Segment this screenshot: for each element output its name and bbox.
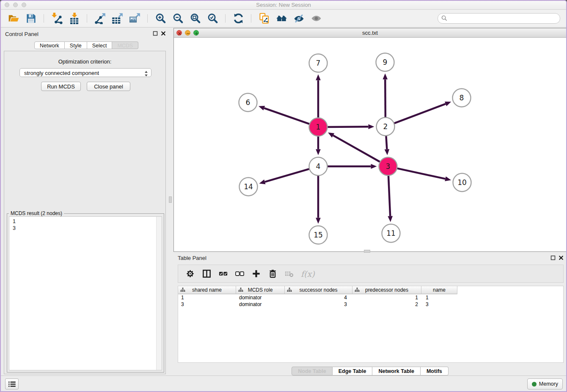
deselect-all-icon[interactable] <box>235 269 245 279</box>
optimization-criterion-select[interactable]: strongly connected component <box>19 68 151 77</box>
zoom-in-icon[interactable] <box>155 13 166 24</box>
graph-edge-3-10[interactable] <box>396 168 451 181</box>
graph-edge-2-3[interactable] <box>385 135 390 155</box>
graph-node-4[interactable]: 4 <box>309 157 328 176</box>
table-cell[interactable]: 1 <box>421 294 457 301</box>
add-row-icon[interactable] <box>251 269 261 279</box>
table-cell[interactable]: 1 <box>352 294 421 301</box>
graph-edge-3-1[interactable] <box>328 133 381 162</box>
graph-edge-1-4[interactable] <box>316 135 321 155</box>
network-canvas[interactable]: 7968124314101511 <box>174 37 566 251</box>
table-cell[interactable]: 3 <box>421 301 457 308</box>
column-header-name[interactable]: name <box>421 286 457 294</box>
split-columns-icon[interactable] <box>202 269 212 279</box>
tab-mcds[interactable]: MCDS <box>112 41 138 49</box>
graph-node-2[interactable]: 2 <box>377 118 395 136</box>
network-view-window: scc.txt 7968124314101511 <box>173 28 567 252</box>
table-cell[interactable]: dominator <box>236 301 285 308</box>
tab-network-table[interactable]: Network Table <box>372 367 421 375</box>
table-cell[interactable]: dominator <box>236 294 285 301</box>
graph-node-9[interactable]: 9 <box>376 53 394 72</box>
svg-text:4: 4 <box>316 162 321 171</box>
graph-node-11[interactable]: 11 <box>382 224 400 243</box>
import-network-icon[interactable] <box>51 13 63 24</box>
export-network-icon[interactable] <box>94 13 106 24</box>
graph-edge-4-3[interactable] <box>327 164 377 169</box>
graph-edge-3-11[interactable] <box>388 174 393 222</box>
table-panel: Table Panel f(x) shared nameMCDS rolesuc… <box>173 252 567 377</box>
graph-node-3[interactable]: 3 <box>379 157 397 176</box>
svg-text:8: 8 <box>460 94 464 102</box>
column-header-label: shared name <box>192 287 222 293</box>
graph-node-8[interactable]: 8 <box>453 89 471 107</box>
save-icon[interactable] <box>25 13 37 24</box>
table-row[interactable]: 3dominator323 <box>178 301 563 308</box>
graph-edge-4-15[interactable] <box>316 175 321 224</box>
zoom-selected-icon[interactable] <box>207 13 218 24</box>
graph-edge-2-8[interactable] <box>393 102 451 124</box>
search-input[interactable] <box>449 14 556 23</box>
table-header-row: shared nameMCDS rolesuccessor nodesprede… <box>178 286 563 294</box>
graph-edge-1-6[interactable] <box>259 106 311 124</box>
tab-style[interactable]: Style <box>65 41 87 49</box>
graph-edge-1-2[interactable] <box>326 124 374 129</box>
clone-network-icon[interactable] <box>259 13 270 24</box>
home-icon[interactable] <box>276 13 287 24</box>
search-box <box>438 13 560 24</box>
delete-row-icon[interactable] <box>268 269 278 279</box>
select-all-icon[interactable] <box>218 269 228 279</box>
column-header-label: name <box>433 287 446 293</box>
open-icon[interactable] <box>8 13 19 24</box>
memory-button[interactable]: Memory <box>527 378 563 389</box>
tab-node-table[interactable]: Node Table <box>292 367 332 375</box>
table-cell[interactable]: 4 <box>285 294 352 301</box>
toolbar-separator <box>44 14 44 22</box>
tab-motifs[interactable]: Motifs <box>421 367 449 375</box>
table-cell[interactable]: 1 <box>178 294 236 301</box>
graph-edge-2-9[interactable] <box>383 73 388 118</box>
table-cell[interactable]: 3 <box>178 301 236 308</box>
graph-node-15[interactable]: 15 <box>309 226 328 244</box>
network-view-titlebar: scc.txt <box>174 28 566 38</box>
graph-node-10[interactable]: 10 <box>453 174 471 192</box>
column-header-predecessor-nodes[interactable]: predecessor nodes <box>352 286 421 294</box>
refresh-icon[interactable] <box>233 13 244 24</box>
export-image-icon[interactable] <box>129 13 140 24</box>
run-mcds-button[interactable]: Run MCDS <box>41 82 81 91</box>
float-panel-icon[interactable] <box>153 31 158 36</box>
close-panel-icon[interactable] <box>161 31 166 36</box>
graph-edge-1-7[interactable] <box>316 75 321 119</box>
delete-table-icon <box>284 269 294 279</box>
graph-node-1[interactable]: 1 <box>309 118 328 136</box>
close-panel-button[interactable]: Close panel <box>87 82 130 91</box>
table-cell[interactable]: 2 <box>352 301 421 308</box>
zoom-fit-icon[interactable] <box>190 13 201 24</box>
settings-icon[interactable] <box>185 269 195 279</box>
column-header-MCDS-role[interactable]: MCDS role <box>236 286 285 294</box>
close-table-panel-icon[interactable] <box>559 255 564 261</box>
tab-network[interactable]: Network <box>34 41 65 49</box>
svg-text:15: 15 <box>314 231 323 239</box>
table-cell[interactable]: 3 <box>285 301 352 308</box>
vertical-splitter-handle[interactable] <box>169 196 172 203</box>
mcds-result-area[interactable]: 13 <box>9 216 162 370</box>
graph-edge-4-14[interactable] <box>259 168 310 184</box>
tab-select[interactable]: Select <box>87 41 113 49</box>
control-panel-tabs: NetworkStyleSelectMCDS <box>34 41 138 49</box>
graph-node-7[interactable]: 7 <box>309 54 328 72</box>
zoom-out-icon[interactable] <box>172 13 184 24</box>
tab-edge-table[interactable]: Edge Table <box>333 367 373 375</box>
import-table-icon[interactable] <box>69 13 80 24</box>
hide-details-icon[interactable] <box>293 13 305 24</box>
column-header-shared-name[interactable]: shared name <box>178 286 236 294</box>
select-chevrons-icon <box>144 70 148 79</box>
export-table-icon[interactable] <box>112 13 123 24</box>
column-header-successor-nodes[interactable]: successor nodes <box>285 286 352 294</box>
float-table-panel-icon[interactable] <box>550 255 556 261</box>
table-row[interactable]: 1dominator411 <box>178 294 563 301</box>
task-list-button[interactable] <box>5 378 19 389</box>
graph-node-14[interactable]: 14 <box>239 178 258 196</box>
svg-text:14: 14 <box>244 182 253 191</box>
result-scrollbar[interactable] <box>156 217 162 370</box>
graph-node-6[interactable]: 6 <box>239 94 257 112</box>
